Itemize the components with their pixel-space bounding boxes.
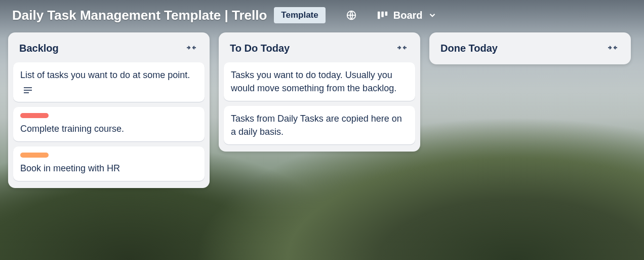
card[interactable]: Complete training course. xyxy=(13,107,205,141)
card[interactable]: Book in meeting with HR xyxy=(13,146,205,181)
collapse-list-button[interactable] xyxy=(394,42,410,55)
view-label: Board xyxy=(393,10,423,21)
card-text: Tasks you want to do today. Usually you … xyxy=(231,68,408,95)
svg-rect-2 xyxy=(381,12,384,17)
list-done-today: Done Today xyxy=(429,32,631,64)
list-todo-today: To Do Today Tasks you want to do today. … xyxy=(219,32,420,152)
board-view-icon xyxy=(377,10,388,20)
globe-icon xyxy=(346,10,357,21)
collapse-icon xyxy=(396,44,408,53)
card[interactable]: Tasks from Daily Tasks are copied here o… xyxy=(224,106,415,144)
chevron-down-icon xyxy=(428,11,437,20)
description-icon xyxy=(20,87,32,94)
svg-rect-3 xyxy=(385,12,387,16)
card-text: Tasks from Daily Tasks are copied here o… xyxy=(231,112,408,138)
list-title[interactable]: To Do Today xyxy=(230,43,290,54)
card[interactable]: List of tasks you want to do at some poi… xyxy=(13,62,205,102)
collapse-list-button[interactable] xyxy=(605,42,621,55)
list-title[interactable]: Done Today xyxy=(440,43,498,54)
card-label[interactable] xyxy=(20,113,49,118)
card-text: List of tasks you want to do at some poi… xyxy=(20,68,197,82)
template-badge[interactable]: Template xyxy=(274,7,325,23)
card-text: Complete training course. xyxy=(20,122,197,135)
collapse-icon xyxy=(185,44,197,53)
board-title[interactable]: Daily Task Management Template | Trello xyxy=(12,8,267,23)
board-lists: Backlog List of tasks you want to do at … xyxy=(0,32,644,188)
svg-rect-1 xyxy=(378,12,380,19)
list-header: Backlog xyxy=(13,39,205,62)
card-text: Book in meeting with HR xyxy=(20,162,197,175)
collapse-list-button[interactable] xyxy=(183,42,199,55)
collapse-icon xyxy=(607,44,619,53)
view-switcher[interactable]: Board xyxy=(373,8,441,23)
list-backlog: Backlog List of tasks you want to do at … xyxy=(8,32,210,188)
list-title[interactable]: Backlog xyxy=(19,43,59,54)
card[interactable]: Tasks you want to do today. Usually you … xyxy=(224,62,415,101)
board-header: Daily Task Management Template | Trello … xyxy=(0,0,644,32)
visibility-button[interactable] xyxy=(343,8,360,23)
list-header: Done Today xyxy=(434,39,626,58)
card-label[interactable] xyxy=(20,153,49,158)
list-header: To Do Today xyxy=(224,39,415,62)
